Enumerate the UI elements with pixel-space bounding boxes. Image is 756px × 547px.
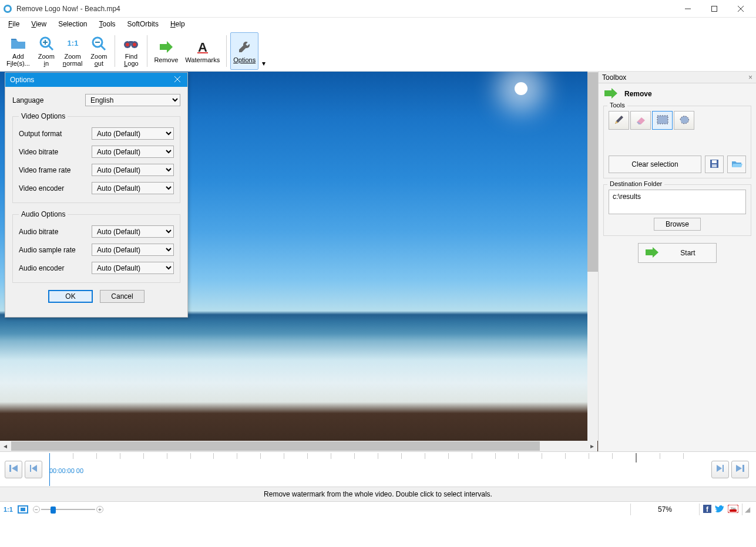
main-area: ◂ ▸ Options Language English Video Optio… (0, 72, 756, 451)
audio-options-legend: Audio Options (19, 210, 68, 218)
clear-selection-button[interactable]: Clear selection (609, 156, 701, 173)
svg-rect-29 (742, 465, 744, 472)
timeline-time: 00:00:00 00 (49, 467, 83, 474)
maximize-button[interactable] (701, 1, 727, 17)
audio-samplerate-label: Audio sample rate (19, 246, 92, 254)
marquee-icon (656, 114, 669, 127)
social-links: f You (700, 504, 742, 515)
fit-screen-button[interactable] (18, 505, 28, 514)
zoom-out-button[interactable]: Zoomout (86, 32, 111, 70)
vertical-scrollbar[interactable] (587, 72, 598, 441)
menu-file[interactable]: File (4, 19, 24, 29)
options-button[interactable]: Options (230, 32, 258, 70)
browse-button[interactable]: Browse (654, 218, 701, 231)
find-logo-button[interactable]: FindLogo (119, 32, 143, 70)
skip-back-button[interactable] (5, 461, 22, 478)
menu-softorbits[interactable]: SoftOrbits (123, 19, 163, 29)
close-button[interactable] (727, 1, 754, 17)
title-bar: Remove Logo Now! - Beach.mp4 (0, 0, 756, 18)
save-selection-button[interactable] (705, 156, 724, 173)
tool-eraser[interactable] (630, 111, 651, 130)
zoom-normal-button[interactable]: 1:1 Zoomnormal (60, 32, 86, 70)
video-framerate-label: Video frame rate (19, 166, 92, 174)
options-dialog: Options Language English Video Options O… (5, 72, 188, 318)
tool-pencil[interactable] (609, 111, 629, 130)
output-format-select[interactable]: Auto (Default) (92, 127, 174, 140)
ok-button[interactable]: OK (48, 290, 93, 303)
zoom-slider-handle[interactable] (51, 507, 56, 514)
save-icon (709, 158, 720, 171)
svg-line-6 (49, 46, 53, 50)
toolbar-separator (147, 35, 147, 67)
twitter-icon[interactable] (715, 505, 724, 515)
zoom-ratio-label: 1:1 (4, 506, 13, 513)
toolbar-overflow-button[interactable]: ▾ (260, 59, 268, 67)
step-back-button[interactable] (25, 461, 42, 478)
timeline[interactable]: 00:00:00 00 (49, 453, 707, 486)
tool-freeform[interactable] (674, 111, 694, 130)
add-files-button[interactable]: AddFile(s)... (4, 32, 33, 70)
remove-button[interactable]: Remove (151, 32, 181, 70)
zoom-plus-button[interactable]: + (96, 506, 103, 513)
svg-point-16 (133, 43, 136, 46)
scroll-right-arrow[interactable]: ▸ (587, 441, 597, 451)
scroll-left-arrow[interactable]: ◂ (0, 441, 11, 451)
skip-forward-icon (735, 464, 745, 474)
start-button[interactable]: Start (638, 243, 717, 263)
tools-group: Tools Clear selection (603, 106, 751, 178)
minimize-button[interactable] (674, 1, 701, 17)
svg-line-11 (101, 46, 105, 50)
svg-rect-24 (712, 160, 717, 163)
svg-rect-36 (730, 509, 737, 512)
zoom-slider[interactable]: − + (33, 505, 103, 514)
load-selection-button[interactable] (727, 156, 746, 173)
video-encoder-select[interactable]: Auto (Default) (92, 182, 174, 194)
zoom-minus-button[interactable]: − (33, 506, 40, 513)
audio-samplerate-select[interactable]: Auto (Default) (92, 244, 174, 256)
resize-grip-icon[interactable]: ◢ (742, 505, 752, 514)
toolbar-separator (115, 35, 115, 67)
audio-bitrate-label: Audio bitrate (19, 228, 92, 236)
video-framerate-select[interactable]: Auto (Default) (92, 164, 174, 176)
destination-group: Destination Folder c:\results Browse (603, 184, 751, 236)
timeline-area: 00:00:00 00 (0, 451, 756, 487)
skip-forward-button[interactable] (731, 461, 749, 478)
arrow-right-green-icon (644, 247, 660, 259)
eraser-icon (634, 114, 647, 127)
audio-bitrate-select[interactable]: Auto (Default) (92, 225, 174, 238)
timeline-ticks (49, 453, 707, 465)
arrow-right-green-icon (603, 88, 620, 100)
dialog-titlebar[interactable]: Options (5, 73, 187, 87)
toolbar-separator (226, 35, 227, 67)
audio-encoder-select[interactable]: Auto (Default) (92, 262, 174, 274)
svg-rect-19 (197, 52, 208, 53)
zoom-out-icon (90, 35, 107, 52)
watermarks-button[interactable]: A Watermarks (182, 32, 223, 70)
svg-point-15 (126, 43, 129, 46)
step-forward-button[interactable] (711, 461, 729, 478)
menu-help[interactable]: Help (166, 19, 190, 29)
video-options-group: Video Options Output formatAuto (Default… (12, 112, 180, 203)
facebook-icon[interactable]: f (703, 505, 711, 515)
menu-view[interactable]: View (26, 19, 51, 29)
cancel-button[interactable]: Cancel (100, 290, 145, 303)
menu-selection[interactable]: Selection (53, 19, 92, 29)
language-select[interactable]: English (85, 94, 180, 106)
dialog-close-button[interactable] (172, 76, 183, 84)
toolbox-title: Toolbox × (599, 72, 756, 83)
toolbox-close-icon[interactable]: × (748, 73, 752, 82)
dialog-title-text: Options (10, 76, 34, 84)
svg-text:1:1: 1:1 (67, 39, 78, 48)
mode-label: Remove (624, 90, 652, 98)
tool-marquee[interactable] (652, 111, 673, 130)
zoom-in-button[interactable]: Zoomin (34, 32, 59, 70)
youtube-icon[interactable]: You (728, 505, 738, 515)
app-icon (2, 4, 13, 14)
zoom-percent: 57% (630, 504, 700, 515)
menu-tools[interactable]: Tools (95, 19, 120, 29)
video-bitrate-select[interactable]: Auto (Default) (92, 146, 174, 158)
canvas-wrap: ◂ ▸ Options Language English Video Optio… (0, 72, 598, 451)
horizontal-scrollbar[interactable]: ◂ ▸ (0, 441, 597, 451)
text-a-icon: A (194, 39, 211, 55)
destination-input[interactable]: c:\results (609, 190, 746, 214)
